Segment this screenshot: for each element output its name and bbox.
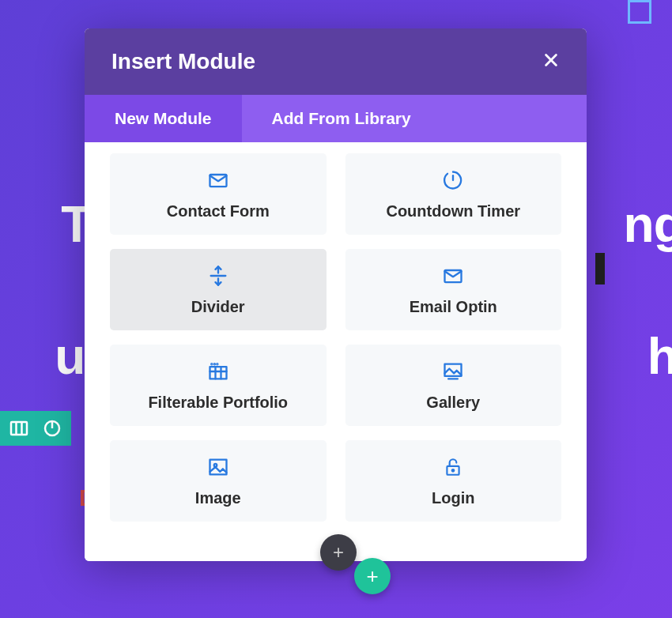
side-toolbar — [0, 411, 71, 446]
module-card-filterable-portfolio[interactable]: Filterable Portfolio — [110, 345, 327, 426]
svg-rect-22 — [210, 460, 226, 475]
power-icon[interactable] — [43, 419, 62, 438]
svg-point-19 — [217, 364, 217, 364]
insert-module-modal: Insert Module New Module Add From Librar… — [85, 28, 587, 561]
module-label: Image — [195, 489, 241, 507]
svg-point-17 — [211, 364, 212, 364]
module-card-contact-form[interactable]: Contact Form — [110, 153, 327, 235]
svg-point-18 — [214, 364, 215, 364]
divider-icon — [207, 265, 229, 290]
close-button[interactable] — [542, 51, 560, 72]
module-label: Filterable Portfolio — [148, 394, 288, 412]
columns-icon[interactable] — [9, 419, 28, 438]
decorative-square — [628, 0, 651, 24]
svg-rect-0 — [11, 422, 27, 435]
svg-point-25 — [452, 469, 455, 472]
add-button-dark[interactable]: + — [320, 534, 357, 571]
modal-tabs: New Module Add From Library — [85, 95, 587, 142]
gallery-icon — [441, 360, 465, 386]
module-card-countdown-timer[interactable]: Countdown Timer — [345, 153, 562, 235]
grid-icon — [206, 360, 230, 386]
module-label: Gallery — [426, 394, 480, 412]
module-card-divider[interactable]: Divider — [110, 249, 327, 330]
modal-header: Insert Module — [85, 28, 587, 95]
plus-icon: + — [366, 564, 378, 589]
module-grid: Contact FormCountdown TimerDividerEmail … — [85, 142, 587, 561]
bg-text-fragment: he — [647, 328, 672, 385]
module-label: Divider — [191, 298, 245, 316]
module-card-email-optin[interactable]: Email Optin — [345, 249, 562, 330]
lock-icon — [443, 456, 463, 481]
mail-icon — [207, 169, 229, 194]
tab-add-from-library[interactable]: Add From Library — [242, 95, 587, 142]
close-icon — [542, 51, 560, 69]
tab-new-module[interactable]: New Module — [85, 95, 242, 142]
countdown-icon — [442, 169, 464, 194]
module-card-login[interactable]: Login — [345, 440, 562, 522]
mail-icon — [442, 265, 464, 290]
svg-rect-13 — [210, 367, 226, 379]
add-button-green[interactable]: + — [354, 558, 391, 594]
module-label: Contact Form — [167, 202, 270, 220]
module-label: Login — [432, 489, 474, 507]
module-label: Email Optin — [410, 298, 497, 316]
module-card-gallery[interactable]: Gallery — [345, 345, 562, 426]
image-icon — [207, 456, 229, 481]
module-label: Countdown Timer — [386, 202, 520, 220]
module-card-image[interactable]: Image — [110, 440, 327, 522]
bg-text-fragment: ngo — [624, 196, 672, 253]
plus-icon: + — [333, 541, 344, 563]
modal-title: Insert Module — [111, 49, 255, 74]
